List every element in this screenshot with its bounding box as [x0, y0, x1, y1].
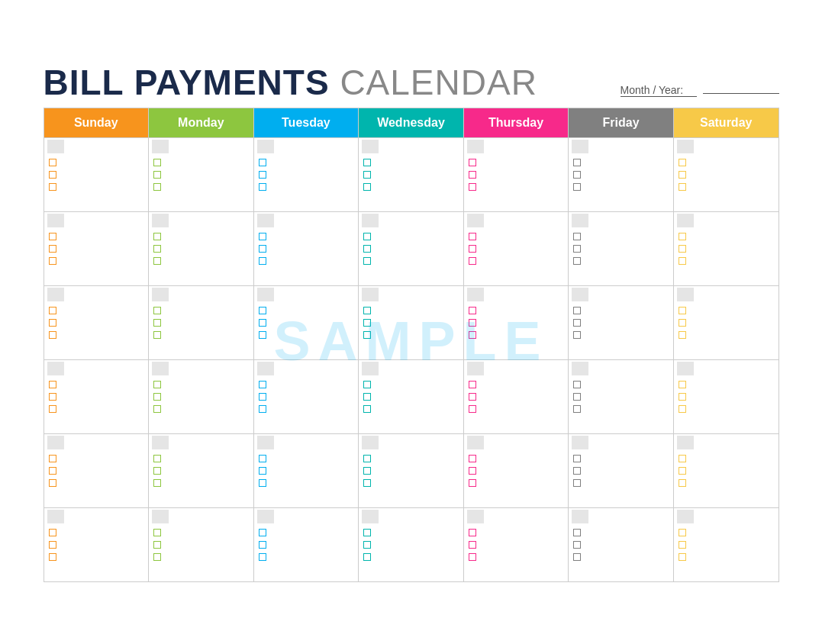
checkbox[interactable] — [259, 183, 266, 191]
checkbox[interactable] — [49, 307, 56, 314]
checkbox[interactable] — [679, 529, 686, 536]
checkbox[interactable] — [259, 529, 266, 536]
checkbox[interactable] — [469, 331, 476, 339]
checkbox[interactable] — [469, 257, 476, 265]
checkbox[interactable] — [573, 479, 581, 487]
checkbox[interactable] — [259, 455, 266, 462]
checkbox[interactable] — [679, 171, 686, 179]
checkbox[interactable] — [49, 553, 56, 561]
checkbox[interactable] — [679, 467, 686, 475]
checkbox[interactable] — [153, 479, 161, 487]
checkbox[interactable] — [259, 553, 266, 561]
checkbox[interactable] — [153, 331, 161, 339]
checkbox[interactable] — [679, 233, 686, 240]
checkbox[interactable] — [259, 319, 266, 327]
checkbox[interactable] — [49, 233, 56, 240]
checkbox[interactable] — [679, 319, 686, 327]
checkbox[interactable] — [49, 467, 56, 475]
checkbox[interactable] — [259, 171, 266, 179]
checkbox[interactable] — [573, 553, 581, 561]
checkbox[interactable] — [469, 405, 476, 413]
checkbox[interactable] — [259, 541, 266, 549]
checkbox[interactable] — [469, 467, 476, 475]
checkbox[interactable] — [153, 183, 161, 191]
checkbox[interactable] — [363, 529, 371, 536]
checkbox[interactable] — [49, 381, 56, 388]
checkbox[interactable] — [363, 319, 371, 327]
checkbox[interactable] — [49, 541, 56, 549]
checkbox[interactable] — [363, 553, 371, 561]
checkbox[interactable] — [679, 405, 686, 413]
checkbox[interactable] — [573, 159, 581, 166]
checkbox[interactable] — [153, 455, 161, 462]
checkbox[interactable] — [153, 257, 161, 265]
checkbox[interactable] — [679, 553, 686, 561]
checkbox[interactable] — [469, 171, 476, 179]
checkbox[interactable] — [573, 257, 581, 265]
checkbox[interactable] — [259, 307, 266, 314]
checkbox[interactable] — [49, 159, 56, 166]
checkbox[interactable] — [573, 331, 581, 339]
checkbox[interactable] — [259, 381, 266, 388]
checkbox[interactable] — [259, 233, 266, 240]
checkbox[interactable] — [153, 307, 161, 314]
checkbox[interactable] — [49, 257, 56, 265]
checkbox[interactable] — [49, 455, 56, 462]
checkbox[interactable] — [49, 245, 56, 253]
checkbox[interactable] — [363, 183, 371, 191]
checkbox[interactable] — [679, 307, 686, 314]
checkbox[interactable] — [49, 405, 56, 413]
checkbox[interactable] — [573, 541, 581, 549]
checkbox[interactable] — [469, 541, 476, 549]
checkbox[interactable] — [469, 381, 476, 388]
checkbox[interactable] — [573, 171, 581, 179]
checkbox[interactable] — [469, 529, 476, 536]
checkbox[interactable] — [679, 479, 686, 487]
checkbox[interactable] — [363, 233, 371, 240]
checkbox[interactable] — [49, 319, 56, 327]
checkbox[interactable] — [469, 319, 476, 327]
checkbox[interactable] — [363, 455, 371, 462]
checkbox[interactable] — [259, 467, 266, 475]
checkbox[interactable] — [153, 159, 161, 166]
checkbox[interactable] — [573, 245, 581, 253]
checkbox[interactable] — [259, 245, 266, 253]
checkbox[interactable] — [363, 245, 371, 253]
checkbox[interactable] — [679, 183, 686, 191]
checkbox[interactable] — [469, 183, 476, 191]
checkbox[interactable] — [469, 307, 476, 314]
checkbox[interactable] — [469, 553, 476, 561]
checkbox[interactable] — [363, 541, 371, 549]
checkbox[interactable] — [259, 257, 266, 265]
checkbox[interactable] — [49, 479, 56, 487]
checkbox[interactable] — [469, 245, 476, 253]
checkbox[interactable] — [469, 393, 476, 401]
checkbox[interactable] — [469, 455, 476, 462]
checkbox[interactable] — [153, 553, 161, 561]
checkbox[interactable] — [49, 393, 56, 401]
checkbox[interactable] — [679, 455, 686, 462]
checkbox[interactable] — [363, 393, 371, 401]
checkbox[interactable] — [679, 257, 686, 265]
checkbox[interactable] — [363, 381, 371, 388]
checkbox[interactable] — [679, 541, 686, 549]
checkbox[interactable] — [49, 183, 56, 191]
checkbox[interactable] — [679, 393, 686, 401]
checkbox[interactable] — [363, 405, 371, 413]
checkbox[interactable] — [153, 541, 161, 549]
checkbox[interactable] — [679, 381, 686, 388]
checkbox[interactable] — [573, 381, 581, 388]
checkbox[interactable] — [153, 405, 161, 413]
checkbox[interactable] — [469, 479, 476, 487]
checkbox[interactable] — [573, 529, 581, 536]
checkbox[interactable] — [363, 257, 371, 265]
checkbox[interactable] — [363, 159, 371, 166]
checkbox[interactable] — [573, 319, 581, 327]
checkbox[interactable] — [573, 467, 581, 475]
checkbox[interactable] — [259, 159, 266, 166]
checkbox[interactable] — [573, 405, 581, 413]
checkbox[interactable] — [49, 171, 56, 179]
checkbox[interactable] — [469, 233, 476, 240]
checkbox[interactable] — [49, 331, 56, 339]
checkbox[interactable] — [153, 245, 161, 253]
